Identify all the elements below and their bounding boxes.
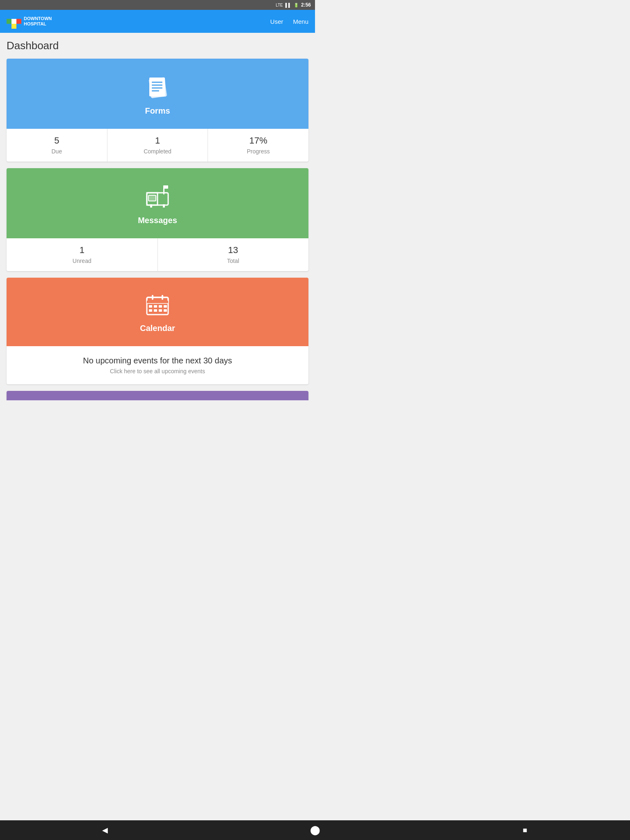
svg-rect-30 xyxy=(159,309,162,312)
calendar-card[interactable]: Calendar No upcoming events for the next… xyxy=(7,278,308,384)
svg-rect-24 xyxy=(149,305,152,308)
calendar-info: No upcoming events for the next 30 days … xyxy=(7,346,308,384)
hospital-logo xyxy=(7,14,21,29)
messages-total-stat: 13 Total xyxy=(158,238,309,271)
page-title: Dashboard xyxy=(7,39,308,52)
forms-completed-stat: 1 Completed xyxy=(107,129,208,162)
clock: 2:56 xyxy=(301,2,311,8)
user-link[interactable]: User xyxy=(270,18,283,25)
forms-due-stat: 5 Due xyxy=(7,129,107,162)
logo-area: DOWNTOWNHOSPITAL xyxy=(7,14,52,29)
svg-rect-18 xyxy=(163,204,165,208)
svg-rect-28 xyxy=(149,309,152,312)
messages-card-header: Messages xyxy=(7,168,308,238)
svg-rect-0 xyxy=(7,19,11,24)
signal-bars-icon: ▌▌ xyxy=(285,3,291,7)
svg-rect-15 xyxy=(163,185,168,189)
forms-completed-label: Completed xyxy=(144,148,171,155)
svg-rect-22 xyxy=(152,295,153,300)
forms-icon xyxy=(143,72,172,101)
notes-card-header xyxy=(7,391,308,400)
svg-rect-7 xyxy=(149,78,165,96)
forms-progress-stat: 17% Progress xyxy=(208,129,308,162)
svg-rect-17 xyxy=(150,204,152,208)
calendar-label: Calendar xyxy=(140,324,175,333)
svg-rect-25 xyxy=(154,305,157,308)
messages-label: Messages xyxy=(138,216,177,225)
svg-rect-29 xyxy=(154,309,157,312)
calendar-main-text: No upcoming events for the next 30 days xyxy=(13,356,302,365)
forms-card-header: Forms xyxy=(7,59,308,129)
hospital-name: DOWNTOWNHOSPITAL xyxy=(24,16,52,27)
messages-icon xyxy=(143,181,172,211)
messages-total-label: Total xyxy=(227,258,239,264)
status-bar: LTE ▌▌ 🔋 2:56 xyxy=(0,0,315,10)
svg-rect-9 xyxy=(152,84,162,86)
forms-progress-label: Progress xyxy=(247,148,270,155)
menu-link[interactable]: Menu xyxy=(293,18,308,25)
calendar-icon xyxy=(144,291,171,319)
svg-rect-11 xyxy=(152,90,159,91)
calendar-card-header: Calendar xyxy=(7,278,308,346)
messages-total-value: 13 xyxy=(161,245,306,256)
messages-card[interactable]: Messages 1 Unread 13 Total xyxy=(7,168,308,271)
top-nav: DOWNTOWNHOSPITAL User Menu xyxy=(0,10,315,33)
messages-unread-value: 1 xyxy=(10,245,154,256)
forms-completed-value: 1 xyxy=(111,135,205,146)
svg-rect-26 xyxy=(159,305,162,308)
battery-icon: 🔋 xyxy=(294,3,299,7)
forms-stats: 5 Due 1 Completed 17% Progress xyxy=(7,129,308,162)
svg-rect-10 xyxy=(152,87,162,89)
svg-rect-21 xyxy=(147,301,168,303)
calendar-sub-text[interactable]: Click here to see all upcoming events xyxy=(13,368,302,374)
svg-rect-27 xyxy=(164,305,167,308)
forms-label: Forms xyxy=(145,106,170,116)
svg-rect-3 xyxy=(11,24,16,29)
nav-right: User Menu xyxy=(270,18,308,25)
forms-due-value: 5 xyxy=(10,135,104,146)
forms-due-label: Due xyxy=(51,148,62,155)
forms-card[interactable]: Forms 5 Due 1 Completed 17% Progress xyxy=(7,59,308,162)
svg-rect-23 xyxy=(162,295,163,300)
svg-rect-31 xyxy=(164,309,167,312)
signal-icon: LTE xyxy=(276,3,283,7)
svg-rect-4 xyxy=(11,19,16,24)
forms-progress-value: 17% xyxy=(211,135,305,146)
svg-rect-8 xyxy=(152,82,162,83)
messages-unread-stat: 1 Unread xyxy=(7,238,158,271)
messages-stats: 1 Unread 13 Total xyxy=(7,238,308,271)
notes-card[interactable] xyxy=(7,391,308,400)
svg-rect-2 xyxy=(16,19,21,24)
messages-unread-label: Unread xyxy=(73,258,91,264)
svg-rect-1 xyxy=(11,14,16,19)
svg-rect-16 xyxy=(148,195,156,201)
page-content: Dashboard Forms 5 Due xyxy=(0,33,315,400)
